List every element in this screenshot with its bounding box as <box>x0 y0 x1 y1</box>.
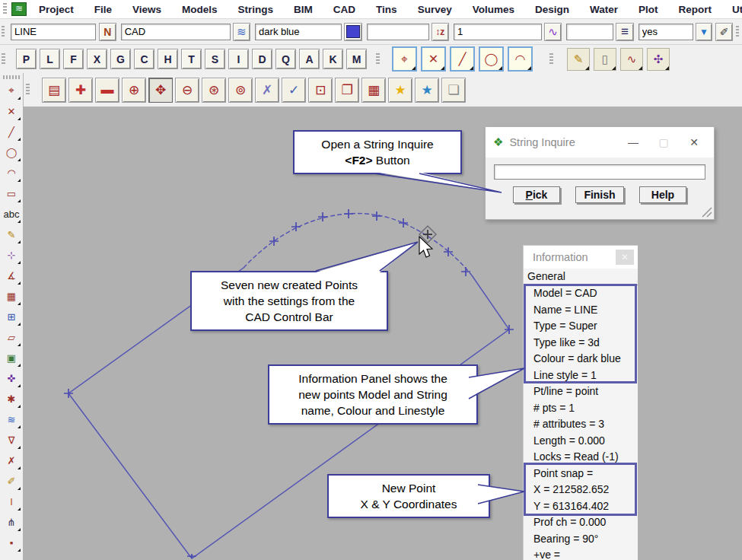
cad-letter-button-g[interactable]: G <box>110 49 131 69</box>
zoom-out-icon[interactable]: ▬ <box>95 78 119 103</box>
menu-item-report[interactable]: Report <box>678 4 712 15</box>
maximize-icon[interactable]: ▢ <box>648 136 679 148</box>
cad-letter-button-c[interactable]: C <box>134 49 154 69</box>
menu-item-volumes[interactable]: Volumes <box>473 4 514 15</box>
toolbar-grip[interactable] <box>3 75 20 79</box>
edit-string-icon[interactable]: ✎ <box>567 48 590 71</box>
fit-view-icon[interactable]: ⊕ <box>122 78 146 103</box>
interest-tool-icon[interactable]: I <box>2 492 21 511</box>
circle-create-icon[interactable]: ◯ <box>479 46 504 72</box>
linestyle-icon[interactable]: ∿ <box>544 23 562 41</box>
line-weight-icon[interactable]: ≡ <box>616 23 633 41</box>
print-icon[interactable]: ⊡ <box>308 78 333 103</box>
text-tool-icon[interactable]: abc <box>2 205 21 223</box>
zoom-previous-icon[interactable]: ⊛ <box>202 78 226 103</box>
cad-letter-button-d[interactable]: D <box>252 49 272 69</box>
choice-dropdown-icon[interactable]: ▼ <box>696 23 713 41</box>
colour-swatch-button[interactable] <box>344 23 361 41</box>
circle-tool-icon[interactable]: ◯ <box>2 143 21 161</box>
menu-item-models[interactable]: Models <box>182 4 218 15</box>
grid-tool-icon[interactable]: ▦ <box>2 287 21 305</box>
extra-tool-icon[interactable]: ▪ <box>2 533 21 552</box>
height-z-icon[interactable]: ↕z <box>432 23 449 41</box>
minimize-icon[interactable]: — <box>618 136 648 148</box>
measure-tool-icon[interactable]: ∡ <box>2 266 21 285</box>
colour-input[interactable] <box>255 24 342 40</box>
points-edit-icon[interactable]: ✎ <box>2 225 21 243</box>
move-tool-icon[interactable]: ✜ <box>2 369 21 387</box>
finish-button[interactable]: Finish <box>575 186 623 203</box>
cad-letter-button-h[interactable]: H <box>158 49 178 69</box>
menu-item-design[interactable]: Design <box>535 4 569 15</box>
toolbar-grip[interactable] <box>3 3 7 15</box>
profile-tool-icon[interactable]: ⋔ <box>2 513 21 531</box>
height-input[interactable] <box>367 24 429 40</box>
cad-letter-button-m[interactable]: M <box>346 49 367 69</box>
cad-letter-button-k[interactable]: K <box>323 49 343 69</box>
delete-point-icon[interactable]: ✗ <box>2 451 21 469</box>
new-view-icon[interactable]: ❏ <box>441 78 466 103</box>
recalc-string-icon[interactable]: ✣ <box>647 48 670 71</box>
plot-icon[interactable]: ▤ <box>42 78 66 103</box>
inquire-result-field[interactable] <box>494 164 705 180</box>
close-icon[interactable]: ✕ <box>679 136 709 148</box>
point-symbol-icon[interactable]: ⊹ <box>2 246 21 264</box>
linestyle-input[interactable] <box>454 24 542 40</box>
freehand-tool-icon[interactable]: ✐ <box>2 472 21 490</box>
image-tool-icon[interactable]: ▣ <box>2 348 21 367</box>
rectangle-tool-icon[interactable]: ▭ <box>2 184 21 202</box>
cad-letter-button-x[interactable]: X <box>87 49 107 69</box>
paste-string-icon[interactable]: ▯ <box>594 48 616 71</box>
toolbar-grip[interactable] <box>26 84 30 96</box>
toolbar-grip[interactable] <box>2 26 5 38</box>
window-copy-icon[interactable]: ⊞ <box>2 307 21 326</box>
point-create-tool-icon[interactable]: ✱ <box>2 390 21 408</box>
modify-string-icon[interactable]: ∿ <box>620 48 643 71</box>
toolbar-grip[interactable] <box>549 53 553 65</box>
redraw-icon[interactable]: ✓ <box>282 78 306 103</box>
dialog-titlebar[interactable]: ❖ String Inquire — ▢ ✕ <box>486 127 714 158</box>
menu-item-survey[interactable]: Survey <box>418 4 452 15</box>
menu-item-bim[interactable]: BIM <box>294 4 313 15</box>
toolbar-grip[interactable] <box>2 53 5 65</box>
zoom-in-icon[interactable]: ✚ <box>68 78 93 103</box>
menu-item-tins[interactable]: Tins <box>376 4 397 15</box>
close-icon[interactable]: ✕ <box>616 250 634 265</box>
closed-polygon-icon[interactable]: ∇ <box>2 431 21 449</box>
weight-input[interactable] <box>566 24 613 40</box>
menu-item-plot[interactable]: Plot <box>639 4 658 15</box>
pick-button[interactable]: Pick <box>513 186 560 203</box>
cad-letter-button-a[interactable]: A <box>299 49 320 69</box>
help-button[interactable]: Help <box>639 186 686 203</box>
toolbar-grip[interactable] <box>736 26 739 38</box>
menu-item-file[interactable]: File <box>94 4 112 15</box>
point-create-icon[interactable]: ⌖ <box>392 46 417 72</box>
point-tool-icon[interactable]: ⌖ <box>2 81 21 100</box>
eyedropper-icon[interactable]: ✐ <box>715 23 733 41</box>
polygon-tool-icon[interactable]: ▱ <box>2 328 21 346</box>
model-input[interactable] <box>121 24 231 40</box>
menu-item-views[interactable]: Views <box>132 4 161 15</box>
menu-item-water[interactable]: Water <box>590 4 618 15</box>
pan-icon[interactable]: ✥ <box>148 78 173 103</box>
zoom-scale-icon[interactable]: ⊖ <box>175 78 199 103</box>
cad-letter-button-t[interactable]: T <box>181 49 202 69</box>
menu-item-strings[interactable]: Strings <box>238 4 274 15</box>
cad-letter-button-s[interactable]: S <box>205 49 225 69</box>
cad-letter-button-i[interactable]: I <box>228 49 249 69</box>
name-toggle-button[interactable]: N <box>99 23 116 41</box>
tinable-input[interactable] <box>639 24 693 40</box>
menu-item-project[interactable]: Project <box>39 4 74 15</box>
zoom-window-icon[interactable]: ⊚ <box>228 78 253 103</box>
resize-grip[interactable] <box>702 207 712 218</box>
arc-tool-icon[interactable]: ◠ <box>2 164 21 182</box>
cad-letter-button-l[interactable]: L <box>40 49 60 69</box>
model-layers-icon[interactable]: ≋ <box>233 23 250 41</box>
menu-item-utilities[interactable]: Utilities <box>732 4 742 15</box>
menu-item-cad[interactable]: CAD <box>333 4 355 15</box>
copy-view-icon[interactable]: ❐ <box>335 78 359 103</box>
snaps-star-icon[interactable]: ★ <box>415 78 439 103</box>
favourites-star-icon[interactable]: ★ <box>388 78 412 103</box>
toolbar-grip[interactable] <box>376 53 380 65</box>
cad-letter-button-p[interactable]: P <box>16 49 37 69</box>
